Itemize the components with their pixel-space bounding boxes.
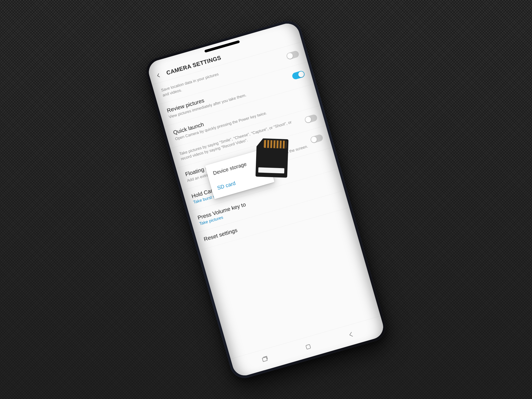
svg-rect-1	[266, 140, 267, 148]
toggle-review[interactable]	[291, 70, 305, 80]
back-icon[interactable]	[155, 72, 162, 79]
android-navbar	[231, 316, 386, 378]
nav-back-icon[interactable]	[347, 330, 356, 340]
svg-rect-5	[278, 141, 280, 148]
sd-card-icon	[254, 136, 289, 179]
nav-home-icon[interactable]	[304, 343, 312, 352]
toggle-location[interactable]	[286, 50, 300, 60]
svg-rect-9	[262, 357, 267, 362]
svg-rect-8	[258, 167, 284, 173]
toggle-floating[interactable]	[310, 134, 323, 144]
svg-rect-4	[275, 140, 277, 148]
svg-rect-6	[281, 141, 283, 148]
phone-screen: CAMERA SETTINGS Save location data in yo…	[146, 21, 386, 378]
svg-rect-3	[272, 140, 274, 148]
nav-recents-icon[interactable]	[261, 355, 270, 364]
svg-rect-10	[306, 344, 311, 349]
toggle-voice[interactable]	[304, 114, 318, 124]
phone-frame: CAMERA SETTINGS Save location data in yo…	[143, 17, 389, 381]
svg-rect-7	[284, 141, 286, 149]
svg-rect-2	[269, 140, 270, 148]
